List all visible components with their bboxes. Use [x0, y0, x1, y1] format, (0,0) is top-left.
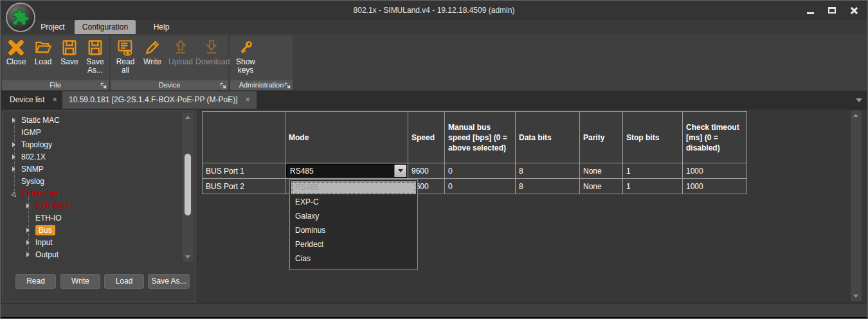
dialog-launcher-icon[interactable] [284, 82, 291, 89]
tree-item-syslog[interactable]: Syslog [3, 176, 44, 188]
tree-collapse-icon[interactable] [12, 154, 15, 160]
ribbon-group-administration-label: Administration [230, 80, 293, 90]
read-button[interactable]: Read [15, 274, 56, 289]
tree-expand-icon[interactable] [8, 189, 20, 201]
close-button[interactable]: Close [3, 37, 29, 80]
parity-cell[interactable]: None [580, 179, 623, 194]
header-stop-bits: Stop bits [623, 112, 683, 163]
row-label: BUS Port 1 [203, 163, 285, 179]
dialog-launcher-icon[interactable] [100, 82, 107, 89]
header-mode: Mode [285, 112, 408, 163]
manual-bus-speed-cell[interactable]: 0 [445, 163, 516, 179]
tree-collapse-icon[interactable] [26, 203, 30, 208]
read-all-icon [116, 39, 134, 57]
stop-bits-cell[interactable]: 1 [623, 163, 683, 179]
tree-collapse-icon[interactable] [12, 142, 15, 147]
tree-item-igmp[interactable]: IGMP [3, 127, 41, 139]
scroll-up-icon[interactable] [853, 114, 858, 117]
data-bits-cell[interactable]: 8 [516, 163, 580, 179]
upload-arrow-icon [172, 39, 190, 57]
check-timeout-cell[interactable]: 1000 [683, 163, 747, 179]
dropdown-option-peridect[interactable]: Peridect [290, 237, 417, 251]
tree-item-input[interactable]: Input [3, 237, 53, 249]
stop-bits-cell[interactable]: 1 [623, 179, 683, 194]
show-keys-button[interactable]: Show keys [231, 37, 260, 80]
header-blank [203, 112, 285, 163]
window-controls [804, 1, 860, 20]
manual-bus-speed-cell[interactable]: 0 [445, 179, 516, 194]
ribbon-group-administration: Show keys Administration [230, 35, 293, 90]
scroll-down-icon[interactable] [185, 255, 190, 259]
header-check-timeout: Check timeout [ms] (0 = disabled) [683, 112, 747, 163]
speed-cell[interactable]: 9600 [408, 163, 445, 179]
data-bits-cell[interactable]: 8 [516, 179, 580, 194]
app-logo[interactable] [6, 3, 35, 32]
check-timeout-cell[interactable]: 1000 [683, 179, 747, 194]
ribbon-group-device: Read all Write Upload Download [111, 35, 228, 90]
download-arrow-icon [203, 39, 221, 57]
device-config-tree-panel: Static MAC IGMP Topology 802.1X SNMP Sys… [3, 111, 195, 302]
ribbon-group-file-label: File [2, 80, 109, 90]
write-button[interactable]: Write [140, 37, 165, 80]
tab-device-list[interactable]: Device list [3, 91, 64, 109]
ribbon: Close Load Save Save As... [1, 34, 867, 91]
load-panel-button[interactable]: Load [104, 274, 144, 289]
close-icon [850, 6, 858, 14]
dropdown-option-dominus[interactable]: Dominus [290, 223, 417, 237]
minimize-button[interactable] [804, 5, 816, 15]
parity-cell[interactable]: None [580, 163, 623, 179]
tree-scrollbar[interactable] [183, 113, 194, 262]
tree-item-static-mac[interactable]: Static MAC [3, 114, 60, 127]
tree-item-topology[interactable]: Topology [3, 139, 52, 151]
puzzle-icon [12, 8, 30, 26]
dropdown-option-rs485[interactable]: RS485 [291, 181, 416, 194]
close-x-icon [7, 39, 25, 57]
table-row-bus-port-1: BUS Port 1 RS485 9600 0 8 None 1 1000 [203, 163, 747, 179]
tree-collapse-icon[interactable] [12, 118, 15, 123]
header-manual-bus-speed: Manual bus speed [bps] (0 = above select… [445, 112, 516, 163]
save-as-panel-button[interactable]: Save As... [148, 274, 190, 289]
tree-collapse-icon[interactable] [26, 228, 30, 233]
menu-help[interactable]: Help [143, 20, 179, 34]
mode-cell[interactable]: RS485 [285, 163, 408, 179]
tree-item-eth-io[interactable]: ETH-IO [3, 212, 62, 224]
dialog-launcher-icon[interactable] [220, 82, 226, 89]
dropdown-option-cias[interactable]: Cias [290, 251, 417, 266]
scrollbar-thumb[interactable] [185, 154, 191, 215]
tree-item-output[interactable]: Output [3, 249, 59, 261]
tree-collapse-icon[interactable] [26, 240, 30, 245]
content-area: Static MAC IGMP Topology 802.1X SNMP Sys… [1, 109, 867, 303]
tab-device-10-59-0-181[interactable]: 10.59.0.181 [2G-2S.1.4.F-BOX-PoE-PP (M-P… [62, 91, 257, 109]
menu-project[interactable]: Project [30, 20, 75, 34]
ribbon-group-device-label: Device [111, 80, 228, 90]
close-tab-icon[interactable] [53, 91, 57, 109]
tree-item-snmp[interactable]: SNMP [3, 163, 44, 176]
main-scrollbar[interactable] [851, 111, 862, 301]
dropdown-option-exp-c[interactable]: EXP-C [290, 195, 417, 209]
table-header-row: Mode Speed Manual bus speed [bps] (0 = a… [203, 112, 747, 163]
close-window-button[interactable] [848, 5, 860, 15]
mode-combobox[interactable]: RS485 [286, 164, 407, 178]
app-window: 802.1x - SIMULand.v4 - 19.12.18.4509 (ad… [0, 0, 868, 319]
tab-list-dropdown-icon[interactable] [856, 98, 862, 102]
tree-item-extension[interactable]: Extension [3, 188, 58, 200]
header-parity: Parity [580, 112, 623, 163]
combobox-dropdown-button[interactable] [394, 165, 406, 177]
tree-item-bus[interactable]: Bus [3, 224, 55, 237]
tree-collapse-icon[interactable] [12, 167, 15, 172]
write-panel-button[interactable]: Write [60, 274, 100, 289]
read-all-button[interactable]: Read all [112, 37, 139, 80]
menu-configuration[interactable]: Configuration [75, 20, 136, 34]
tree-item-802-1x[interactable]: 802.1X [3, 151, 46, 163]
dropdown-option-galaxy[interactable]: Galaxy [290, 209, 417, 223]
tree-item-eth-bus[interactable]: ETH-BUS [3, 200, 69, 212]
save-as-button[interactable]: Save As... [83, 37, 107, 80]
save-button[interactable]: Save [57, 37, 82, 80]
window-title: 802.1x - SIMULand.v4 - 19.12.18.4509 (ad… [1, 1, 867, 20]
close-tab-icon[interactable] [246, 91, 250, 109]
scroll-down-icon[interactable] [853, 295, 858, 298]
tree-collapse-icon[interactable] [26, 252, 30, 257]
scroll-up-icon[interactable] [185, 116, 190, 119]
maximize-button[interactable] [826, 5, 838, 15]
load-button[interactable]: Load [30, 37, 56, 80]
